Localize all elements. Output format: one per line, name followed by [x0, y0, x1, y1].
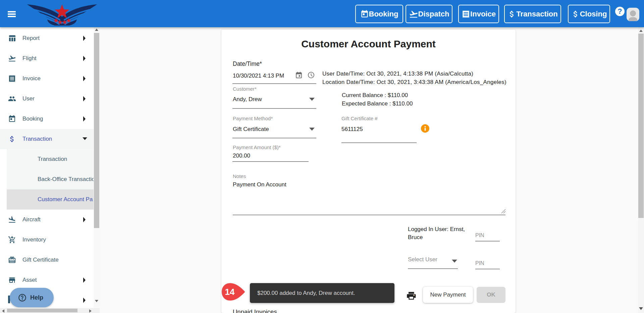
svg-text:14: 14: [225, 287, 235, 297]
